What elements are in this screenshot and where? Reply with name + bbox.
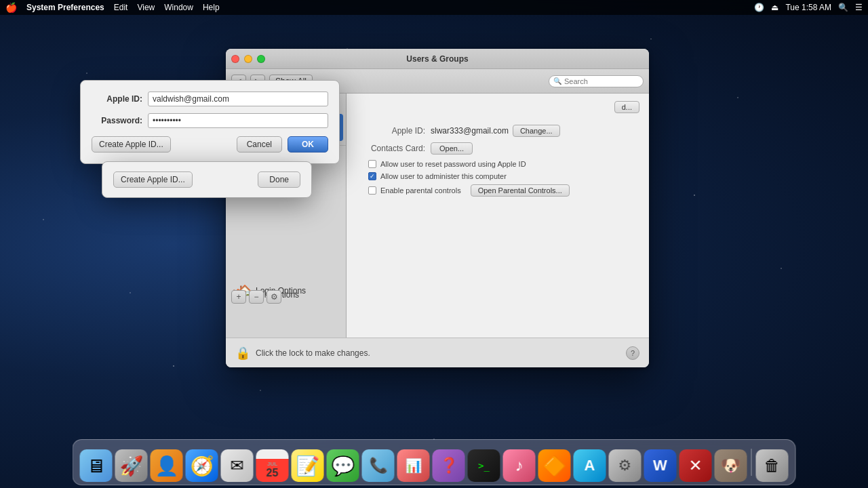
signin-cancel-button[interactable]: Cancel	[237, 136, 282, 152]
apple-id-value: slwar333@gmail.com	[431, 126, 509, 136]
dock: 🖥 🚀 👤 🧭 ✉ JUL 25 📝 💬 📞 📊 ❓ >_ ♪ 🔶 A ⚙ W …	[73, 439, 796, 485]
notification-center-icon[interactable]: ☰	[855, 3, 863, 12]
dock-systemprefs[interactable]: ⚙	[609, 449, 642, 482]
contacts-card-row: Contacts Card: Open...	[357, 142, 638, 155]
reset-password-checkbox-row: Allow user to reset password using Apple…	[368, 160, 638, 168]
app-name[interactable]: System Preferences	[26, 3, 104, 12]
change-apple-id-button[interactable]: Change...	[513, 125, 560, 137]
menubar-right: 🕐 ⏏ Tue 1:58 AM 🔍 ☰	[754, 3, 863, 12]
footer-text: Click the lock to make changes.	[256, 348, 370, 358]
dialog-signin: Apple ID: Password: Create Apple ID... C…	[80, 80, 340, 164]
lock-icon[interactable]: 🔒	[235, 346, 250, 361]
search-bar: 🔍	[549, 75, 644, 87]
menu-window[interactable]: Window	[164, 3, 193, 12]
main-panel: d... Apple ID: slwar333@gmail.com Change…	[347, 94, 649, 338]
dialog-create-apple-id: Create Apple ID... Done	[102, 161, 312, 198]
extra-d-button[interactable]: d...	[614, 101, 639, 113]
signin-password-input[interactable]	[148, 113, 328, 128]
apple-id-field-label: Apple ID:	[357, 126, 425, 136]
signin-password-row: Password:	[92, 113, 328, 128]
dock-help[interactable]: ❓	[433, 449, 465, 482]
window-titlebar: Users & Groups	[226, 49, 649, 69]
signin-password-label: Password:	[92, 116, 142, 125]
dock-finder[interactable]: 🖥	[80, 449, 113, 482]
parental-controls-checkbox[interactable]	[368, 186, 376, 195]
menu-view[interactable]: View	[137, 3, 155, 12]
search-icon: 🔍	[553, 77, 561, 85]
signin-create-apple-id-button[interactable]: Create Apple ID...	[92, 136, 171, 152]
dock-x-app[interactable]: ✕	[679, 449, 712, 482]
dock-calendar[interactable]: JUL 25	[256, 449, 289, 482]
dock-launchpad[interactable]: 🚀	[115, 449, 148, 482]
desktop: 🍎 System Preferences Edit View Window He…	[0, 0, 868, 488]
dock-notes[interactable]: 📝	[292, 449, 324, 482]
dock-safari[interactable]: 🧭	[186, 449, 218, 482]
create-apple-id-button[interactable]: Create Apple ID...	[113, 171, 193, 188]
dock-addressbook[interactable]: 👤	[151, 449, 183, 482]
window-controls	[231, 55, 265, 63]
dock-office[interactable]: 📊	[397, 449, 430, 482]
add-user-button[interactable]: +	[231, 290, 246, 304]
help-button[interactable]: ?	[626, 346, 639, 360]
signin-apple-id-label: Apple ID:	[92, 94, 142, 104]
apple-menu[interactable]: 🍎	[5, 2, 17, 13]
window-footer: 🔒 Click the lock to make changes. ?	[226, 338, 649, 367]
window-maximize-button[interactable]	[257, 55, 265, 63]
search-input[interactable]	[564, 77, 639, 85]
dock-word[interactable]: W	[644, 449, 677, 482]
admin-checkbox[interactable]: ✓	[368, 172, 376, 180]
dock-mail[interactable]: ✉	[221, 449, 254, 482]
signin-apple-id-input[interactable]	[148, 92, 328, 106]
parental-controls-label: Enable parental controls	[380, 186, 461, 195]
apple-id-row: Apple ID: slwar333@gmail.com Change...	[357, 125, 638, 137]
open-contacts-button[interactable]: Open...	[431, 142, 473, 155]
reset-password-checkbox[interactable]	[368, 160, 376, 168]
signin-buttons: Create Apple ID... Cancel OK	[92, 136, 328, 152]
signin-ok-button[interactable]: OK	[288, 136, 328, 152]
main-content: Apple ID: slwar333@gmail.com Change... C…	[357, 125, 638, 197]
window-minimize-button[interactable]	[244, 55, 252, 63]
dock-skype[interactable]: 📞	[362, 449, 395, 482]
dock-messages[interactable]: 💬	[327, 449, 359, 482]
done-button[interactable]: Done	[258, 171, 300, 188]
dock-vlc[interactable]: 🔶	[538, 449, 571, 482]
menu-help[interactable]: Help	[203, 3, 220, 12]
remove-user-button[interactable]: −	[249, 290, 264, 304]
window-close-button[interactable]	[231, 55, 239, 63]
admin-checkbox-row: ✓ Allow user to administer this computer	[368, 172, 638, 180]
eject-icon: ⏏	[771, 3, 778, 12]
open-parental-controls-button[interactable]: Open Parental Controls...	[471, 184, 570, 197]
contacts-card-label: Contacts Card:	[357, 144, 425, 153]
spotlight-icon[interactable]: 🔍	[838, 3, 848, 12]
action-menu-button[interactable]: ⚙	[267, 290, 281, 304]
time-machine-icon: 🕐	[754, 3, 764, 12]
admin-label: Allow user to administer this computer	[380, 172, 507, 180]
menubar-left: 🍎 System Preferences Edit View Window He…	[5, 2, 220, 13]
menu-edit[interactable]: Edit	[114, 3, 128, 12]
reset-password-label: Allow user to reset password using Apple…	[380, 160, 526, 168]
parental-controls-checkbox-row: Enable parental controls Open Parental C…	[368, 184, 638, 197]
clock: Tue 1:58 AM	[785, 3, 831, 12]
dock-itunes[interactable]: ♪	[503, 449, 536, 482]
menubar: 🍎 System Preferences Edit View Window He…	[0, 0, 868, 15]
dock-trash[interactable]: 🗑	[756, 449, 789, 482]
dock-separator	[751, 449, 752, 476]
create-apple-id-buttons: Create Apple ID... Done	[113, 171, 300, 188]
dock-gimp[interactable]: 🐶	[715, 449, 747, 482]
window-title: Users & Groups	[406, 54, 468, 64]
dock-terminal[interactable]: >_	[468, 449, 500, 482]
signin-apple-id-row: Apple ID:	[92, 92, 328, 106]
dock-appstore[interactable]: A	[574, 449, 606, 482]
